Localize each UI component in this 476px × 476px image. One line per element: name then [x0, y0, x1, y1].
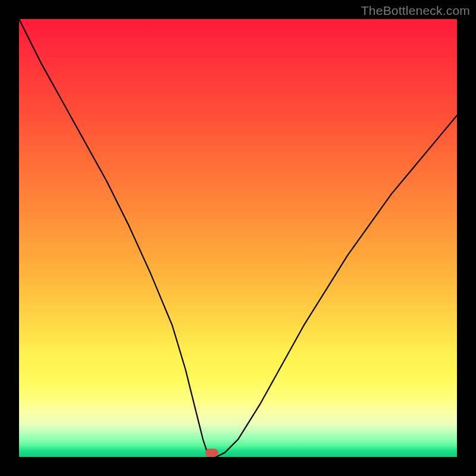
bottleneck-curve: [19, 19, 457, 457]
chart-frame: TheBottleneck.com: [0, 0, 476, 476]
watermark-label: TheBottleneck.com: [361, 4, 470, 18]
plot-area: [19, 19, 457, 457]
optimum-marker: [205, 449, 218, 457]
